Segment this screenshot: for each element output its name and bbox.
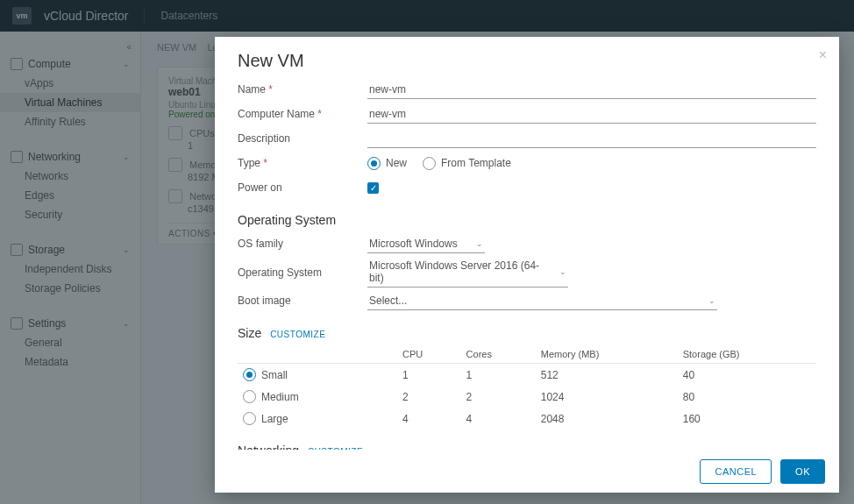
radio-dot-icon [423,157,436,170]
name-input[interactable] [367,81,816,99]
section-size: Size CUSTOMIZE [238,326,816,340]
boot-image-select[interactable]: Select... ⌄ [367,292,717,310]
size-col-cores: Cores [461,345,536,364]
radio-label: New [386,157,407,169]
size-mem: 2048 [536,408,678,429]
cancel-button[interactable]: CANCEL [700,459,772,484]
size-row-large[interactable]: Large 4 4 2048 160 [238,408,816,429]
size-row-medium[interactable]: Medium 2 2 1024 80 [238,386,816,408]
label-type: Type [238,157,367,169]
modal-title: New VM × [215,37,839,78]
select-value: Select... [369,295,407,307]
os-family-select[interactable]: Microsoft Windows ⌄ [367,235,485,253]
label-computer-name: Computer Name [238,108,367,120]
new-vm-modal: New VM × Name Computer Name Description … [215,37,839,493]
radio-dot-icon [243,412,256,425]
chevron-down-icon: ⌄ [476,239,483,248]
radio-dot-icon [243,368,256,381]
size-storage: 80 [678,386,816,408]
size-name: Medium [261,391,299,403]
size-cores: 2 [461,386,536,408]
radio-dot-icon [367,157,381,170]
label-boot-image: Boot image [238,295,367,307]
section-os: Operating System [238,213,816,227]
size-col-storage: Storage (GB) [678,345,816,364]
label-description: Description [238,132,367,145]
size-col-cpu: CPU [397,345,461,364]
power-on-checkbox[interactable]: ✓ [367,182,379,194]
modal-footer: CANCEL OK [215,450,839,493]
size-cpu: 2 [397,386,461,408]
radio-type-new[interactable]: New [367,157,407,170]
size-row-small[interactable]: Small 1 1 512 40 [238,364,816,387]
chevron-down-icon: ⌄ [559,267,566,276]
size-customize-link[interactable]: CUSTOMIZE [270,330,325,339]
size-mem: 1024 [536,386,678,408]
size-col-blank [238,345,397,364]
select-value: Microsoft Windows [369,238,458,250]
size-storage: 160 [678,408,816,429]
ok-button[interactable]: OK [780,459,825,484]
networking-customize-link[interactable]: CUSTOMIZE [308,447,363,450]
close-icon[interactable]: × [819,47,827,63]
size-cores: 1 [461,364,536,387]
size-cpu: 1 [397,364,461,387]
radio-type-template[interactable]: From Template [423,157,511,170]
size-name: Small [261,369,288,381]
description-input[interactable] [367,130,816,148]
size-mem: 512 [536,364,678,387]
size-storage: 40 [678,364,816,387]
size-cpu: 4 [397,408,461,429]
size-table: CPU Cores Memory (MB) Storage (GB) Small… [238,345,816,429]
operating-system-select[interactable]: Microsoft Windows Server 2016 (64-bit) ⌄ [367,257,568,287]
computer-name-input[interactable] [367,105,816,124]
chevron-down-icon: ⌄ [708,296,715,305]
radio-label: From Template [441,157,511,169]
label-operating-system: Operating System [238,266,367,279]
size-cores: 4 [461,408,536,429]
section-networking: Networking CUSTOMIZE [238,444,816,450]
modal-body[interactable]: Name Computer Name Description Type New … [215,78,839,450]
size-name: Large [261,413,288,425]
label-os-family: OS family [238,238,367,250]
size-col-memory: Memory (MB) [536,345,678,364]
label-name: Name [238,83,367,96]
radio-dot-icon [243,390,256,403]
select-value: Microsoft Windows Server 2016 (64-bit) [369,259,552,284]
label-power-on: Power on [238,181,367,194]
